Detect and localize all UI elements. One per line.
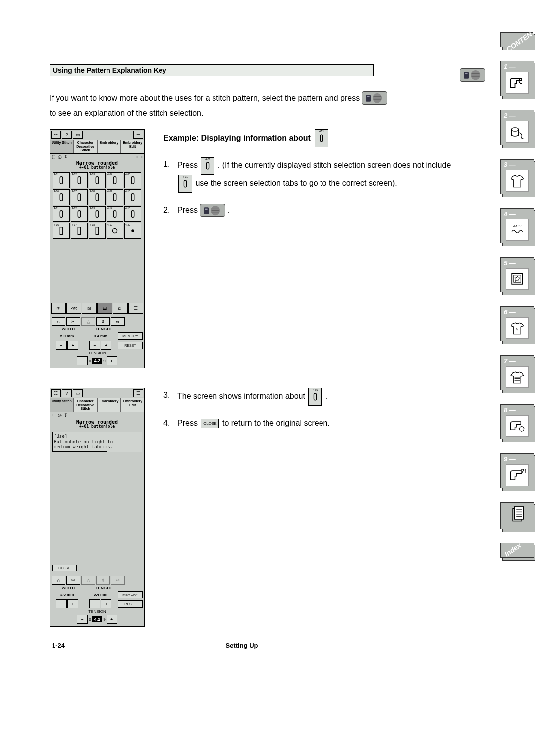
category-tab[interactable]: ⋘: [66, 303, 81, 314]
tab-chapter-5[interactable]: 5 —: [500, 257, 534, 292]
stitch-cell[interactable]: 4-14: [107, 206, 123, 222]
tab-appendix[interactable]: [500, 502, 534, 529]
tab-index[interactable]: Index: [500, 543, 534, 558]
svg-rect-38: [314, 393, 317, 400]
stitch-cell[interactable]: 4-19: [107, 223, 123, 239]
stitch-cell[interactable]: 4-02: [71, 172, 88, 188]
stitch-cell[interactable]: 4-06: [53, 189, 70, 205]
lcd-tab-embroidery[interactable]: Embroidery: [98, 398, 121, 412]
lcd-mirror-button[interactable]: ⇔: [111, 317, 125, 326]
tab-chapter-1[interactable]: 1 —: [500, 61, 534, 96]
lcd-screen-info: ☷ ? ▭ ☰ Utility Stitch Character Decorat…: [50, 388, 145, 627]
reset-button[interactable]: RESET: [118, 342, 143, 349]
lcd-mirror-button[interactable]: ⇕: [96, 317, 110, 326]
width-plus[interactable]: +: [67, 341, 78, 350]
stitch-401-icon: 4-01: [201, 157, 214, 175]
stitch-cell[interactable]: 4-13: [89, 206, 106, 222]
lcd-tab-embroidery[interactable]: Embroidery: [98, 140, 121, 153]
tension-high: 9: [103, 617, 105, 622]
width-minus[interactable]: −: [56, 599, 67, 608]
svg-rect-15: [96, 177, 98, 184]
category-tab[interactable]: ⫐: [113, 303, 128, 314]
tension-minus[interactable]: −: [77, 615, 88, 624]
tab-chapter-7[interactable]: 7 —: [500, 355, 534, 390]
stitch-cell[interactable]: 4-12: [71, 206, 88, 222]
tab-chapter-2[interactable]: 2 —: [500, 110, 534, 145]
stitch-cell[interactable]: 4-08: [89, 189, 106, 205]
width-value: 5.0 mm: [52, 334, 83, 338]
tab-contents[interactable]: CONTENTS: [500, 32, 534, 47]
lcd-cut-button[interactable]: ✂: [66, 576, 80, 585]
stitch-cell[interactable]: 4-16: [53, 223, 70, 239]
stitch-cell[interactable]: 4-03: [89, 172, 106, 188]
lcd-tab-utility[interactable]: Utility Stitch: [50, 140, 74, 153]
stitch-cell[interactable]: 4-01: [53, 172, 70, 188]
lcd-stitch-sub: 4-01 buttonhole: [50, 166, 144, 170]
header-icon: ☷: [51, 389, 61, 397]
category-tab-active[interactable]: ⬓: [97, 303, 112, 314]
lcd-close-button[interactable]: CLOSE: [52, 565, 77, 571]
abc-decorative-icon: ABC: [506, 219, 529, 241]
category-tab[interactable]: ⊠: [82, 303, 97, 314]
length-value: 0.4 mm: [85, 334, 116, 338]
embroidery-frame-icon: [506, 268, 529, 290]
lcd-disabled-button: △: [81, 317, 95, 326]
info-key-icon: [200, 204, 225, 217]
length-minus[interactable]: −: [89, 599, 100, 608]
lcd-tab-embedit[interactable]: Embroidery Edit: [121, 398, 144, 412]
stitch-cell[interactable]: 4-10: [124, 189, 141, 205]
svg-rect-16: [113, 177, 116, 184]
memory-button[interactable]: MEMORY: [118, 332, 143, 340]
svg-rect-31: [112, 228, 117, 233]
stitch-cell[interactable]: 4-07: [71, 189, 88, 205]
lcd-tab-utility[interactable]: Utility Stitch: [50, 398, 74, 412]
stitch-401-icon: 4-01: [178, 175, 192, 193]
lcd-tab-character[interactable]: Character Decorative Stitch: [74, 398, 98, 412]
tab-chapter-8[interactable]: 8 —: [500, 404, 534, 439]
lcd-cut-button[interactable]: ✂: [66, 317, 80, 326]
tension-plus[interactable]: +: [107, 615, 117, 624]
stitch-cell[interactable]: 4-18: [89, 223, 106, 239]
svg-rect-11: [366, 95, 371, 102]
step-text: use the screen selection tabs to go to t…: [195, 179, 397, 187]
header-icon: ☷: [51, 131, 61, 139]
stitch-cell[interactable]: 4-11: [53, 206, 70, 222]
stitch-cell[interactable]: 4-09: [107, 189, 123, 205]
lcd-reinforce-button[interactable]: ∩: [52, 317, 65, 326]
stitch-cell[interactable]: 4-15: [124, 206, 141, 222]
stitch-cell[interactable]: 4-17: [71, 223, 88, 239]
intro-paragraph-2: to see an explanation of the stitch sele…: [50, 108, 416, 119]
width-minus[interactable]: −: [56, 341, 67, 350]
presser-foot-icon: ⬚: [52, 154, 56, 159]
reset-button[interactable]: RESET: [118, 600, 143, 608]
svg-rect-20: [96, 194, 98, 201]
svg-rect-24: [78, 211, 80, 218]
tension-low: 0: [89, 359, 91, 363]
memory-button[interactable]: MEMORY: [118, 591, 143, 598]
lcd-tab-character[interactable]: Character Decorative Stitch: [74, 140, 98, 153]
svg-rect-30: [96, 227, 98, 235]
svg-text:✎: ✎: [516, 327, 519, 332]
tension-plus[interactable]: +: [107, 356, 117, 365]
category-tab[interactable]: ☰: [128, 303, 143, 314]
tab-chapter-4[interactable]: 4 — ABC: [500, 208, 534, 243]
use-text: Buttonhole on light to: [54, 439, 140, 445]
width-plus[interactable]: +: [67, 599, 78, 608]
tab-chapter-3[interactable]: 3 —: [500, 159, 534, 194]
stitch-cell[interactable]: 4-05: [124, 172, 141, 188]
stitch-cell[interactable]: 4-20: [124, 223, 141, 239]
length-plus[interactable]: +: [101, 341, 111, 350]
tension-label: TENSION: [52, 351, 143, 355]
lcd-stitch-sub: 4-01 buttonhole: [50, 425, 144, 429]
tab-chapter-6[interactable]: 6 — ✎: [500, 306, 534, 341]
lcd-tab-embedit[interactable]: Embroidery Edit: [121, 140, 144, 153]
lcd-screen-selection: ☷ ? ▭ ☰ Utility Stitch Character Decorat…: [50, 129, 145, 368]
tension-minus[interactable]: −: [77, 356, 88, 365]
category-tab[interactable]: ≋: [51, 303, 66, 314]
tab-chapter-9[interactable]: 9 — ?!: [500, 453, 534, 488]
sewing-machine-icon: [506, 72, 529, 94]
length-minus[interactable]: −: [89, 341, 100, 350]
stitch-cell[interactable]: 4-04: [107, 172, 123, 188]
length-plus[interactable]: +: [101, 599, 111, 608]
lcd-reinforce-button[interactable]: ∩: [52, 576, 65, 585]
